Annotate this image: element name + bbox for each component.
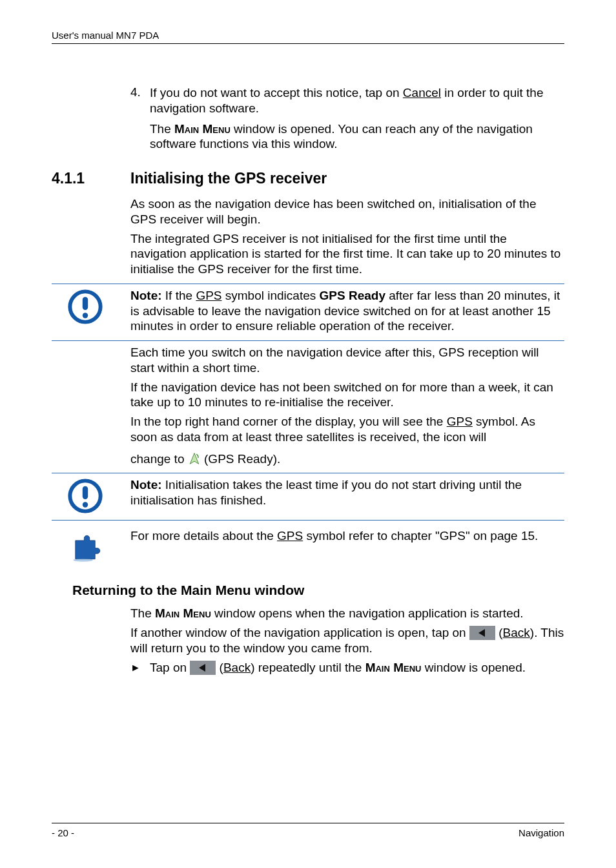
paragraph: change to (GPS Ready). [130, 451, 564, 467]
text: Tap on [150, 661, 190, 674]
paragraph: In the top right hand corner of the disp… [130, 414, 564, 445]
main-menu-label: Main Menu [174, 122, 231, 136]
text: symbol refer to chapter "GPS" on page 15… [303, 529, 538, 542]
gps-label: GPS [196, 289, 221, 302]
text: In the top right hand corner of the disp… [130, 415, 447, 428]
text: The [130, 606, 155, 620]
heading-4-1-1: 4.1.1 Initialising the GPS receiver [52, 170, 564, 187]
note-separator [52, 520, 564, 521]
gps-label: GPS [277, 529, 303, 542]
main-menu-label: Main Menu [155, 606, 211, 620]
alert-icon [68, 479, 103, 513]
note-text: Note: Initialisation takes the least tim… [130, 477, 564, 508]
ordered-list-item-4: 4. If you do not want to accept this not… [130, 85, 564, 156]
svg-point-2 [83, 313, 88, 318]
paragraph: The Main Menu window opens when the navi… [130, 606, 564, 621]
heading-number: 4.1.1 [52, 170, 130, 187]
note-block-1: Note: If the GPS symbol indicates GPS Re… [52, 288, 564, 334]
gps-label: GPS [447, 415, 473, 428]
text: ) repeatedly until the [251, 661, 365, 674]
svg-point-5 [83, 502, 88, 508]
footer: - 20 - Navigation [52, 818, 564, 838]
alert-icon-cell [52, 288, 119, 324]
note-text: Note: If the GPS symbol indicates GPS Re… [130, 288, 564, 334]
footer-rule [52, 823, 564, 823]
back-label: Back [503, 626, 530, 639]
ordered-number: 4. [130, 85, 150, 156]
puzzle-icon-cell [52, 528, 119, 564]
back-label: Back [223, 661, 251, 674]
text: ( [495, 626, 503, 639]
note-block-2: Note: Initialisation takes the least tim… [52, 477, 564, 513]
text: The [150, 122, 174, 136]
text: window opens when the navigation applica… [211, 606, 524, 620]
back-icon [469, 626, 495, 640]
heading-text: Initialising the GPS receiver [130, 170, 327, 187]
cancel-label: Cancel [403, 86, 441, 99]
text: ( [216, 661, 223, 674]
text: If you do not want to accept this notice… [150, 86, 403, 99]
running-header: User's manual MN7 PDA [52, 30, 564, 41]
reference-block: For more details about the GPS symbol re… [52, 528, 564, 564]
footer-section: Navigation [518, 827, 564, 838]
paragraph: The Main Menu window is opened. You can … [150, 121, 564, 152]
back-icon [190, 661, 216, 675]
reference-text: For more details about the GPS symbol re… [130, 528, 564, 544]
text: symbol indicates [222, 289, 320, 302]
text: Initialisation takes the least time if y… [130, 478, 522, 507]
gps-ready-icon [188, 452, 201, 465]
bullet-item: ► Tap on (Back) repeatedly until the Mai… [130, 660, 564, 676]
note-label: Note: [130, 478, 162, 491]
note-separator [52, 284, 564, 284]
note-separator [52, 340, 564, 341]
paragraph: Each time you switch on the navigation d… [130, 345, 564, 376]
alert-icon-cell [52, 477, 119, 513]
alert-icon [68, 289, 103, 324]
bullet-body: Tap on (Back) repeatedly until the Main … [150, 660, 564, 676]
text: If the [162, 289, 196, 302]
heading-returning: Returning to the Main Menu window [72, 583, 564, 598]
text: If another window of the navigation appl… [130, 626, 469, 639]
note-label: Note: [130, 289, 162, 302]
gps-ready-label: GPS Ready [320, 289, 385, 302]
svg-marker-8 [199, 664, 205, 672]
header-rule [52, 43, 564, 44]
note-separator [52, 473, 564, 473]
text: For more details about the [130, 529, 277, 542]
paragraph: If another window of the navigation appl… [130, 625, 564, 656]
paragraph: As soon as the navigation device has bee… [130, 196, 564, 227]
text: change to [130, 452, 188, 466]
main-menu-label: Main Menu [365, 661, 422, 674]
svg-marker-7 [478, 629, 485, 637]
svg-rect-1 [83, 297, 88, 310]
paragraph: The integrated GPS receiver is not initi… [130, 231, 564, 277]
ordered-body: If you do not want to accept this notice… [150, 85, 564, 156]
puzzle-icon [68, 530, 103, 564]
heading-text: Returning to the Main Menu window [72, 583, 564, 598]
svg-rect-4 [83, 486, 88, 499]
svg-point-6 [73, 559, 92, 562]
text: (GPS Ready). [204, 452, 280, 466]
bullet-mark: ► [130, 660, 150, 676]
paragraph: If the navigation device has not been sw… [130, 380, 564, 411]
text: window is opened. [421, 661, 526, 674]
page-number: - 20 - [52, 827, 74, 838]
